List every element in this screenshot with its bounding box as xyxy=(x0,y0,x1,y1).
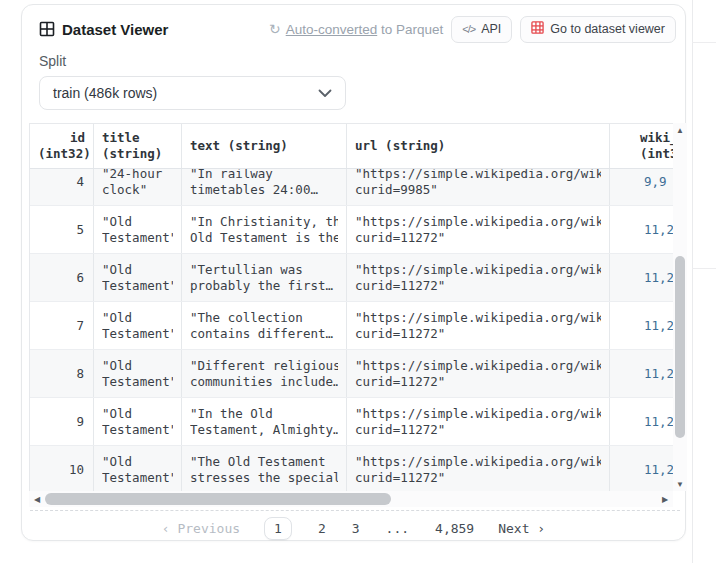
cell-id: 9 xyxy=(30,398,94,445)
code-icon: </> xyxy=(462,23,475,35)
table-header-row: id(int32)title(string)text (string)url (… xyxy=(30,124,673,169)
cell-text-text: contains different… xyxy=(190,326,338,342)
cell-title: "OldTestament" xyxy=(94,446,182,491)
cell-wiki: 11,2 xyxy=(610,398,673,445)
table-row[interactable]: 4"24-hourclock""In railwaytimetables 24:… xyxy=(30,169,673,206)
cell-url: "https://simple.wikipedia.org/wiki?curid… xyxy=(347,169,610,205)
cell-wiki: 11,2 xyxy=(610,302,673,349)
cell-wiki: 11,2 xyxy=(610,350,673,397)
table-row[interactable]: 8"OldTestament""Different religiouscommu… xyxy=(30,350,673,398)
page-right-segment xyxy=(692,42,716,43)
horizontal-scrollbar-thumb[interactable] xyxy=(45,493,391,505)
goto-dataset-viewer-button[interactable]: Go to dataset viewer xyxy=(520,16,676,43)
cell-url-text: "https://simple.wikipedia.org/wiki? xyxy=(355,406,601,422)
next-page-button[interactable]: Next › xyxy=(498,521,545,536)
cell-title-text: "Old xyxy=(102,358,173,374)
column-header-text: (int3 xyxy=(640,146,665,162)
auto-converted-status: ↻ Auto-converted to Parquet xyxy=(269,21,443,37)
column-header-text: title xyxy=(102,130,173,146)
split-select[interactable]: train (486k rows) xyxy=(39,76,346,110)
cell-text-text: "Tertullian was xyxy=(190,262,338,278)
cell-id: 4 xyxy=(30,169,94,205)
page-number-2[interactable]: 2 xyxy=(318,521,326,536)
cell-text-text: "In railway xyxy=(190,169,338,182)
cell-title-text: "Old xyxy=(102,262,173,278)
cell-title-text: Testament" xyxy=(102,326,173,342)
table-row[interactable]: 5"OldTestament""In Christianity, theOld … xyxy=(30,206,673,254)
cell-text-text: Testament, Almighty… xyxy=(190,422,338,438)
cell-title-text: "Old xyxy=(102,214,173,230)
refresh-icon: ↻ xyxy=(269,21,281,37)
column-header: id(int32) xyxy=(30,124,94,168)
cell-url-text: "https://simple.wikipedia.org/wiki? xyxy=(355,310,601,326)
cell-id: 8 xyxy=(30,350,94,397)
column-header: text (string) xyxy=(182,124,347,168)
cell-url-text: curid=11272" xyxy=(355,422,601,438)
scroll-up-arrow[interactable]: ▲ xyxy=(673,123,687,137)
cell-title: "OldTestament" xyxy=(94,206,182,253)
cell-text: "The Old Testamentstresses the special… xyxy=(182,446,347,491)
cell-title-text: "Old xyxy=(102,454,173,470)
cell-title: "OldTestament" xyxy=(94,302,182,349)
vertical-scrollbar-thumb[interactable] xyxy=(675,256,685,438)
cell-wiki: 11,2 xyxy=(610,254,673,301)
api-button-label: API xyxy=(481,22,501,36)
scroll-left-arrow[interactable]: ◀ xyxy=(29,491,45,507)
cell-title-text: Testament" xyxy=(102,230,173,246)
cell-url-text: "https://simple.wikipedia.org/wiki? xyxy=(355,358,601,374)
horizontal-scrollbar[interactable]: ◀ ▶ xyxy=(29,491,673,507)
cell-text: "Tertullian wasprobably the first… xyxy=(182,254,347,301)
page-ellipsis[interactable]: ... xyxy=(386,521,409,536)
goto-button-label: Go to dataset viewer xyxy=(550,22,665,36)
auto-converted-link[interactable]: Auto-converted xyxy=(286,22,378,37)
dataset-viewer-card: Dataset Viewer ↻ Auto-converted to Parqu… xyxy=(21,4,686,541)
table-row[interactable]: 6"OldTestament""Tertullian wasprobably t… xyxy=(30,254,673,302)
card-header: Dataset Viewer ↻ Auto-converted to Parqu… xyxy=(39,14,676,44)
cell-url-text: "https://simple.wikipedia.org/wiki? xyxy=(355,262,601,278)
cell-text-text: "In the Old xyxy=(190,406,338,422)
red-grid-icon xyxy=(531,21,544,37)
table-row[interactable]: 10"OldTestament""The Old Testamentstress… xyxy=(30,446,673,491)
dataset-viewer-icon xyxy=(39,21,55,37)
cell-title-text: Testament" xyxy=(102,470,173,486)
vertical-scrollbar[interactable]: ▲ ▼ xyxy=(673,123,687,491)
column-header-text: (int32) xyxy=(38,146,85,162)
cell-wiki: 11,2 xyxy=(610,446,673,491)
column-header: wiki_(int3 xyxy=(610,124,673,168)
page-number-4,859[interactable]: 4,859 xyxy=(435,521,474,536)
cell-title-text: Testament" xyxy=(102,422,173,438)
table-row[interactable]: 7"OldTestament""The collectioncontains d… xyxy=(30,302,673,350)
cell-url-text: curid=11272" xyxy=(355,278,601,294)
column-header-text: text (string) xyxy=(190,138,338,154)
page-right-divider xyxy=(692,0,693,563)
cell-id: 7 xyxy=(30,302,94,349)
split-label: Split xyxy=(39,53,66,69)
cell-url-text: curid=9985" xyxy=(355,182,601,198)
scroll-down-arrow[interactable]: ▼ xyxy=(673,477,687,491)
cell-url-text: curid=11272" xyxy=(355,470,601,486)
cell-id: 5 xyxy=(30,206,94,253)
previous-page-button[interactable]: ‹ Previous xyxy=(162,521,240,536)
cell-wiki: 9,9 xyxy=(610,169,673,205)
scroll-right-arrow[interactable]: ▶ xyxy=(657,491,673,507)
page-number-3[interactable]: 3 xyxy=(352,521,360,536)
pagination-divider xyxy=(30,510,680,511)
cell-text-text: stresses the special… xyxy=(190,470,338,486)
column-header: url (string) xyxy=(347,124,610,168)
page-number-1[interactable]: 1 xyxy=(264,517,292,540)
split-select-value: train (486k rows) xyxy=(53,85,157,101)
cell-url: "https://simple.wikipedia.org/wiki?curid… xyxy=(347,398,610,445)
cell-url: "https://simple.wikipedia.org/wiki?curid… xyxy=(347,302,610,349)
cell-title-text: Testament" xyxy=(102,278,173,294)
api-button[interactable]: </> API xyxy=(451,16,512,43)
cell-title-text: "24-hour xyxy=(102,169,173,182)
cell-url: "https://simple.wikipedia.org/wiki?curid… xyxy=(347,446,610,491)
cell-text-text: "The Old Testament xyxy=(190,454,338,470)
cell-url: "https://simple.wikipedia.org/wiki?curid… xyxy=(347,350,610,397)
page-right-segment xyxy=(692,268,716,269)
cell-text: "In Christianity, theOld Testament is th… xyxy=(182,206,347,253)
cell-url-text: "https://simple.wikipedia.org/wiki? xyxy=(355,169,601,182)
cell-text: "In the OldTestament, Almighty… xyxy=(182,398,347,445)
cell-text-text: probably the first… xyxy=(190,278,338,294)
table-row[interactable]: 9"OldTestament""In the OldTestament, Alm… xyxy=(30,398,673,446)
